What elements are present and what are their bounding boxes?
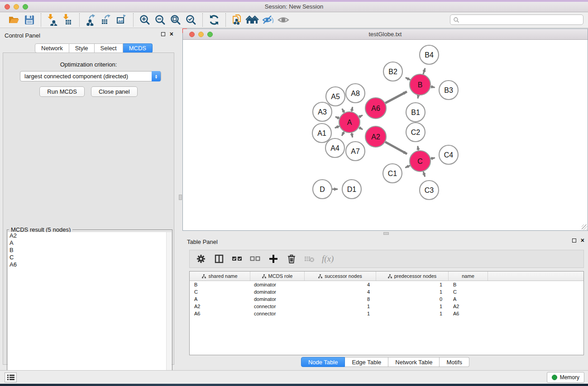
close-table-panel-icon[interactable]: × xyxy=(581,238,584,243)
graph-node-D1[interactable]: D1 xyxy=(342,180,361,199)
table-row-A[interactable]: Adominator80A xyxy=(190,295,583,303)
tab-network-table[interactable]: Network Table xyxy=(388,357,440,367)
column-header-MCDS-role[interactable]: MCDS role xyxy=(250,272,305,281)
zoom-in-button[interactable] xyxy=(137,13,153,27)
graph-edge-A-A6[interactable] xyxy=(359,115,363,117)
close-panel-icon[interactable]: × xyxy=(170,32,173,36)
first-neighbors-button[interactable] xyxy=(245,13,260,27)
graph-edge-A-A5[interactable] xyxy=(342,109,344,113)
export-network-button[interactable] xyxy=(83,13,99,27)
column-header-name[interactable]: name xyxy=(449,272,488,281)
close-window-button[interactable] xyxy=(5,4,10,10)
table-row-A6[interactable]: A6connector11A6 xyxy=(190,310,583,317)
graph-node-A4[interactable]: A4 xyxy=(325,138,344,157)
cell-mcds_role[interactable]: dominator xyxy=(250,295,305,303)
cell-mcds_role[interactable]: connector xyxy=(250,310,305,317)
graph-node-A[interactable]: A xyxy=(339,112,360,133)
graph-node-C1[interactable]: C1 xyxy=(383,164,402,183)
graph-node-A3[interactable]: A3 xyxy=(313,102,332,121)
mcds-result-list[interactable]: A2ABCA6 xyxy=(8,232,167,384)
graph-edge-A-A3[interactable] xyxy=(335,117,339,118)
graph-edge-B-B2[interactable] xyxy=(406,77,410,80)
graph-edge-A-A4[interactable] xyxy=(342,132,344,136)
table-row-A2[interactable]: A2connector11A2 xyxy=(190,303,583,310)
column-header-successor-nodes[interactable]: successor nodes xyxy=(305,272,376,281)
float-panel-icon[interactable] xyxy=(161,32,165,36)
delete-table-button[interactable] xyxy=(304,253,316,265)
graph-node-C3[interactable]: C3 xyxy=(420,181,439,200)
graph-edge-A-A2[interactable] xyxy=(359,128,363,129)
close-panel-button[interactable]: Close panel xyxy=(91,86,138,97)
graph-node-B1[interactable]: B1 xyxy=(406,103,425,122)
graph-node-C4[interactable]: C4 xyxy=(439,145,458,164)
graph-node-B2[interactable]: B2 xyxy=(383,62,402,81)
table-row-C[interactable]: Cdominator41C xyxy=(190,288,583,295)
cell-successor_nodes[interactable]: 1 xyxy=(305,303,376,310)
result-list-item[interactable]: A2 xyxy=(8,232,167,239)
memory-button[interactable]: Memory xyxy=(547,372,584,383)
graph-edge-A-A7[interactable] xyxy=(352,133,353,138)
criterion-dropdown[interactable]: largest connected component (directed) ▲… xyxy=(20,71,161,81)
cell-mcds_role[interactable]: dominator xyxy=(250,281,305,288)
cell-mcds_role[interactable]: connector xyxy=(250,303,305,310)
show-all-button[interactable] xyxy=(276,13,291,27)
zoom-out-button[interactable] xyxy=(153,13,168,27)
cell-name[interactable]: A xyxy=(449,295,488,303)
graph-edge-A-A8[interactable] xyxy=(352,107,353,111)
graph-edge-B-B3[interactable] xyxy=(431,86,435,87)
task-history-button[interactable] xyxy=(5,372,17,382)
cell-predecessor_nodes[interactable]: 1 xyxy=(376,310,449,317)
graph-node-D[interactable]: D xyxy=(313,180,332,199)
network-maximize-button[interactable] xyxy=(207,32,213,37)
search-input[interactable] xyxy=(459,15,583,24)
save-session-button[interactable] xyxy=(22,13,37,27)
cell-shared_name[interactable]: A6 xyxy=(190,310,250,317)
graph-edge-A6-B[interactable] xyxy=(385,91,407,103)
graph-edge-B-B4[interactable] xyxy=(423,68,425,74)
zoom-fit-button[interactable] xyxy=(168,13,183,27)
network-close-button[interactable] xyxy=(189,32,195,37)
result-list-item[interactable]: C xyxy=(8,254,167,261)
vertical-split-handle[interactable] xyxy=(179,195,182,200)
delete-column-button[interactable] xyxy=(286,253,297,265)
minimize-window-button[interactable] xyxy=(14,4,19,10)
search-box[interactable] xyxy=(450,14,583,25)
select-all-columns-button[interactable] xyxy=(231,253,243,265)
graph-edge-C-C1[interactable] xyxy=(405,166,410,168)
table-row-B[interactable]: Bdominator41B xyxy=(190,281,583,288)
import-table-button[interactable] xyxy=(60,13,76,27)
cell-predecessor_nodes[interactable]: 1 xyxy=(376,281,449,288)
export-table-button[interactable] xyxy=(99,13,114,27)
float-table-panel-icon[interactable] xyxy=(572,238,576,243)
graph-node-C2[interactable]: C2 xyxy=(406,123,425,142)
graph-edge-A2-C[interactable] xyxy=(385,142,407,154)
result-list-item[interactable]: B xyxy=(8,247,167,254)
cell-name[interactable]: A6 xyxy=(449,310,488,317)
hide-selected-button[interactable] xyxy=(260,13,276,27)
column-header-shared-name[interactable]: shared name xyxy=(190,272,250,281)
graph-node-A6[interactable]: A6 xyxy=(365,98,386,119)
graph-edge-B-B1[interactable] xyxy=(418,95,418,99)
horizontal-split-handle[interactable] xyxy=(383,232,389,235)
refresh-view-button[interactable] xyxy=(206,13,222,27)
cell-shared_name[interactable]: A xyxy=(190,295,250,303)
create-column-button[interactable] xyxy=(268,253,279,265)
tab-motifs[interactable]: Motifs xyxy=(440,357,469,367)
graph-edge-C-C4[interactable] xyxy=(430,158,435,159)
cell-successor_nodes[interactable]: 1 xyxy=(305,310,376,317)
cell-successor_nodes[interactable]: 8 xyxy=(305,295,376,303)
graph-node-A7[interactable]: A7 xyxy=(346,142,365,161)
show-column-button[interactable] xyxy=(213,253,225,265)
zoom-selected-button[interactable] xyxy=(183,13,199,27)
result-list-item[interactable]: A6 xyxy=(8,261,167,268)
cell-predecessor_nodes[interactable]: 1 xyxy=(376,303,449,310)
tab-edge-table[interactable]: Edge Table xyxy=(345,357,388,367)
graph-edge-C-C3[interactable] xyxy=(423,172,425,177)
cell-predecessor_nodes[interactable]: 1 xyxy=(376,288,449,295)
tab-node-table[interactable]: Node Table xyxy=(301,357,345,367)
column-header-predecessor-nodes[interactable]: predecessor nodes xyxy=(376,272,449,281)
cell-name[interactable]: A2 xyxy=(449,303,488,310)
export-image-button[interactable] xyxy=(114,13,129,27)
tab-select[interactable]: Select xyxy=(95,43,123,53)
maximize-window-button[interactable] xyxy=(23,4,28,10)
